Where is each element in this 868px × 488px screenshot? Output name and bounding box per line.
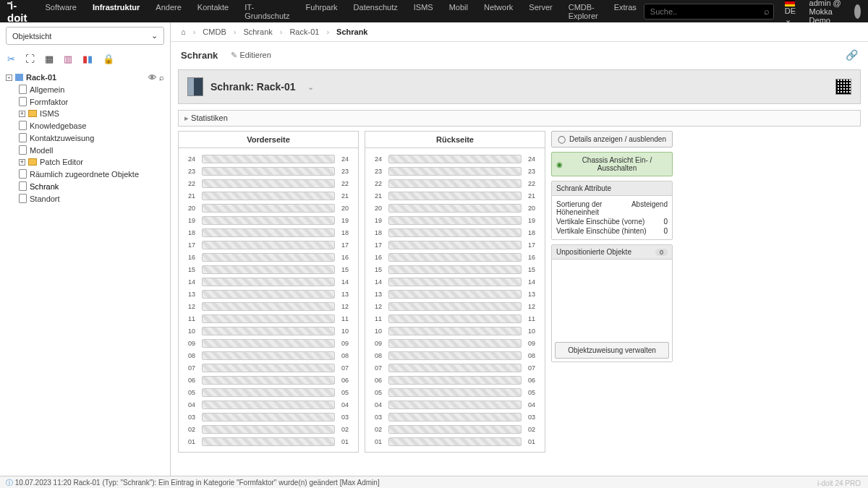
tree-item-label[interactable]: ISMS — [40, 109, 59, 118]
tree-item-label[interactable]: Räumlich zugeordnete Objekte — [30, 170, 139, 179]
rack-slot[interactable]: 2424 — [368, 153, 542, 165]
crumb-item[interactable]: Schrank — [243, 27, 272, 36]
rack-slot[interactable]: 1010 — [368, 325, 542, 337]
user-label[interactable]: admin @ Mokka Demo — [809, 0, 845, 25]
rack-slot[interactable]: 0606 — [368, 374, 542, 386]
rack-slot[interactable]: 1010 — [182, 325, 355, 337]
rack-slot[interactable]: 1818 — [368, 226, 542, 239]
rack-slot[interactable]: 1717 — [368, 239, 542, 251]
rack-slot[interactable]: 1919 — [368, 214, 542, 226]
qr-icon[interactable] — [835, 79, 851, 95]
avatar[interactable] — [854, 4, 861, 19]
rack-slot[interactable]: 0808 — [368, 349, 542, 361]
lang-switch[interactable]: DE ⌄ — [785, 0, 799, 25]
rack-slot[interactable]: 1212 — [368, 300, 542, 312]
rack-slot[interactable]: 1313 — [182, 288, 355, 300]
tree-root-label[interactable]: Rack-01 — [26, 73, 56, 82]
tree-item-label[interactable]: Schrank — [30, 182, 59, 191]
slot-number: 12 — [368, 303, 388, 310]
search-icon[interactable]: ⌕ — [159, 73, 164, 82]
book-icon[interactable]: ▥ — [64, 53, 72, 64]
home-icon[interactable]: ⌂ — [181, 27, 186, 36]
expand-icon[interactable]: ⛶ — [25, 53, 35, 64]
rack-slot[interactable]: 0404 — [182, 398, 355, 411]
rack-slot[interactable]: 0808 — [182, 349, 355, 361]
rack-slot[interactable]: 2222 — [182, 177, 355, 189]
rack-slot[interactable]: 0101 — [182, 435, 355, 448]
slot-number: 02 — [182, 426, 202, 433]
lock-icon[interactable]: 🔒 — [103, 53, 114, 64]
rack-slot[interactable]: 0505 — [368, 386, 542, 398]
slot-number: 24 — [182, 155, 202, 163]
rack-slot[interactable]: 0909 — [182, 337, 355, 349]
rack-slot[interactable]: 1111 — [182, 312, 355, 325]
link-icon[interactable]: 🔗 — [846, 49, 858, 61]
toggle-chassis-button[interactable]: ◉Chassis Ansicht Ein- / Ausschalten — [551, 152, 673, 176]
rack-slot[interactable]: 0303 — [368, 411, 542, 423]
rack-slot[interactable]: 1919 — [182, 214, 355, 226]
tree-item-label[interactable]: Kontaktzuweisung — [30, 134, 94, 142]
slot-bar — [202, 364, 335, 372]
rack-slot[interactable]: 1818 — [182, 226, 355, 239]
rack-slot[interactable]: 2323 — [368, 165, 542, 177]
tree-item-label[interactable]: Allgemein — [30, 85, 64, 94]
rack-slot[interactable]: 2020 — [368, 202, 542, 214]
rack-slot[interactable]: 2424 — [182, 153, 355, 165]
rack-slot[interactable]: 0202 — [368, 423, 542, 435]
rack-slot[interactable]: 0202 — [182, 423, 355, 435]
edit-button[interactable]: Editieren — [231, 51, 271, 60]
rack-slot[interactable]: 2323 — [182, 165, 355, 177]
rack-slot[interactable]: 1313 — [368, 288, 542, 300]
slot-number: 06 — [182, 377, 202, 384]
rack-slot[interactable]: 0404 — [368, 398, 542, 411]
rack-slot[interactable]: 1212 — [182, 300, 355, 312]
rack-slot[interactable]: 1515 — [368, 263, 542, 275]
rack-slot[interactable]: 2222 — [368, 177, 542, 189]
crumb-item[interactable]: CMDB — [203, 27, 226, 36]
eye-icon[interactable]: 👁 — [148, 73, 156, 82]
slot-bar — [388, 290, 522, 299]
rack-slot[interactable]: 1111 — [368, 312, 542, 325]
chart-icon[interactable]: ▮▮ — [82, 53, 93, 64]
cut-icon[interactable]: ✂ — [7, 53, 15, 64]
slot-bar — [388, 265, 522, 274]
chevron-down-icon[interactable]: ⌄ — [307, 82, 314, 92]
slot-number: 05 — [368, 389, 388, 396]
toggle-details-button[interactable]: ◯Details anzeigen / ausblenden — [551, 131, 673, 147]
tree-toggle[interactable]: + — [19, 159, 25, 166]
rack-slot[interactable]: 1616 — [368, 251, 542, 263]
rack-slot[interactable]: 0303 — [182, 411, 355, 423]
rack-slot[interactable]: 0909 — [368, 337, 542, 349]
slot-bar — [388, 216, 522, 225]
search-icon[interactable]: ⌕ — [764, 6, 770, 17]
rack-slot[interactable]: 0505 — [182, 386, 355, 398]
tree-toggle[interactable]: - — [6, 74, 12, 81]
tree-item-label[interactable]: Knowledgebase — [30, 121, 86, 130]
tree-toggle[interactable]: + — [19, 111, 25, 117]
tree-item-label[interactable]: Patch Editor — [40, 158, 83, 166]
rack-slot[interactable]: 1515 — [182, 263, 355, 275]
search-input[interactable] — [644, 4, 774, 20]
rack-slot[interactable]: 1616 — [182, 251, 355, 263]
tree-item-label[interactable]: Formfaktor — [30, 98, 68, 106]
calendar-icon[interactable]: ▦ — [45, 53, 54, 64]
slot-number: 18 — [182, 229, 202, 236]
crumb-item[interactable]: Rack-01 — [289, 27, 319, 36]
rack-slot[interactable]: 1414 — [182, 275, 355, 288]
rack-slot[interactable]: 0707 — [368, 361, 542, 374]
rack-slot[interactable]: 2121 — [182, 189, 355, 202]
manage-assignment-button[interactable]: Objektzuweisung verwalten — [555, 342, 669, 359]
slot-bar — [202, 302, 335, 311]
rack-slot[interactable]: 0101 — [368, 435, 542, 448]
tree-item-label[interactable]: Modell — [30, 146, 53, 155]
rack-slot[interactable]: 1717 — [182, 239, 355, 251]
slot-number: 04 — [182, 401, 202, 408]
view-select[interactable]: Objektsicht⌄ — [6, 27, 164, 45]
rack-slot[interactable]: 0606 — [182, 374, 355, 386]
rack-slot[interactable]: 2121 — [368, 189, 542, 202]
rack-slot[interactable]: 0707 — [182, 361, 355, 374]
stats-toggle[interactable]: Statistiken — [178, 110, 861, 127]
tree-item-label[interactable]: Standort — [30, 194, 60, 203]
rack-slot[interactable]: 1414 — [368, 275, 542, 288]
rack-slot[interactable]: 2020 — [182, 202, 355, 214]
